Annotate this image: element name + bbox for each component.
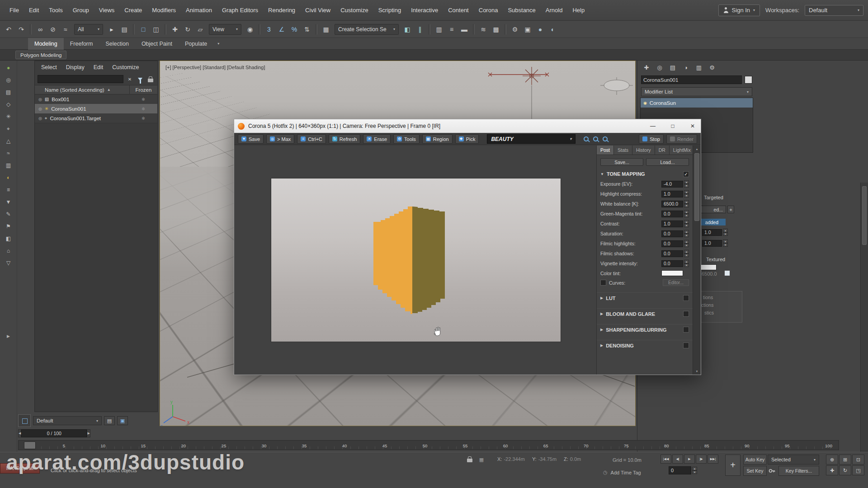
display-bones-icon[interactable]: ▥ (4, 161, 13, 170)
spinner[interactable]: ▴▾ (684, 180, 689, 188)
set-keys-button[interactable]: + (725, 455, 741, 476)
menu-item[interactable]: Customize (335, 0, 373, 21)
menu-item[interactable]: Content (443, 0, 474, 21)
lock-icon[interactable] (146, 75, 155, 83)
timeline-ruler[interactable]: 0510152025303540455055606570758085909510… (18, 440, 839, 450)
parameter-value-input[interactable] (661, 221, 683, 227)
spinner-snap-icon[interactable]: ⇅ (301, 23, 313, 35)
section-checkbox[interactable] (683, 327, 689, 333)
visibility-icon[interactable]: ◎ (38, 107, 42, 111)
object-name-input[interactable] (641, 75, 742, 84)
window-crossing-icon[interactable]: ◫ (150, 23, 162, 35)
key-selection-dropdown[interactable]: Selected ▾ (768, 455, 819, 465)
expand-strip-icon[interactable]: ▶ (7, 334, 10, 338)
toolbar-icon[interactable] (133, 24, 135, 35)
zoom-in-icon[interactable] (584, 136, 589, 141)
snap-toggle-3d-icon[interactable]: 3 (263, 23, 275, 35)
spinner[interactable]: ▴▾ (723, 239, 728, 247)
parameter-value-input[interactable] (661, 211, 683, 217)
spinner[interactable]: ▴▾ (723, 229, 728, 236)
minimize-button[interactable]: — (645, 119, 661, 133)
load-settings-button[interactable]: Load... (646, 158, 689, 166)
toolbar-icon[interactable] (473, 24, 475, 35)
vfb-tab[interactable]: History (632, 145, 655, 155)
ribbon-tab[interactable]: Object Paint (135, 38, 179, 50)
menu-item[interactable]: Group (68, 0, 94, 21)
sun-color-swatch[interactable] (700, 264, 717, 270)
y-value[interactable]: -34.75m (538, 456, 557, 462)
parameter-value-input[interactable] (661, 240, 683, 247)
zoom-1to1-icon[interactable] (593, 136, 598, 141)
move-icon[interactable]: ✚ (169, 23, 181, 35)
polygon-modeling-tab[interactable]: Polygon Modeling (15, 51, 66, 59)
previous-frame-icon[interactable]: ◀ (18, 429, 21, 437)
scroll-down-icon[interactable]: ▾ (693, 368, 701, 375)
zoom-extents-icon[interactable]: ⊞ (839, 455, 851, 465)
rendered-frame-window-icon[interactable]: ▣ (522, 23, 533, 35)
modify-tab-icon[interactable]: ◎ (654, 63, 665, 72)
toolbar-icon[interactable] (505, 24, 506, 35)
render-setup-icon[interactable]: ⚙ (509, 23, 521, 35)
previous-frame-button[interactable]: ◀| (672, 455, 683, 464)
create-tab-icon[interactable]: ✚ (641, 63, 652, 72)
tools-button[interactable]: ⚙ Tools (393, 134, 420, 144)
spinner[interactable]: ▴▾ (684, 260, 689, 267)
sun-intensity-input[interactable] (702, 240, 722, 247)
channel-dropdown[interactable]: BEAUTY ▾ (487, 134, 576, 144)
frozen-toggle-icon[interactable]: ✻ (129, 107, 157, 111)
bind-spacewarp-icon[interactable]: ≈ (60, 23, 71, 35)
curve-editor-icon[interactable]: ≋ (477, 23, 489, 35)
frozen-toggle-icon[interactable]: ✻ (129, 116, 157, 121)
scrollbar-thumb[interactable] (694, 153, 699, 221)
collapsed-section-header[interactable]: ▶ BLOOM AND GLARE (597, 308, 693, 319)
reference-coordinate-dropdown[interactable]: View ▾ (209, 24, 241, 35)
spinner[interactable]: ▴▾ (684, 210, 689, 217)
copy-button[interactable]: ≡ Ctrl+C (297, 134, 326, 144)
use-center-icon[interactable]: ◉ (244, 23, 256, 35)
parameter-value-input[interactable] (661, 260, 683, 267)
visibility-icon[interactable]: ◎ (38, 116, 42, 121)
menu-item[interactable]: Help (567, 0, 590, 21)
sort-icon[interactable]: ≡ (4, 185, 13, 194)
frozen-toggle-icon[interactable]: ✻ (129, 97, 157, 102)
play-button[interactable]: ▶ (684, 455, 695, 464)
rotate-icon[interactable]: ↻ (182, 23, 193, 35)
close-button[interactable]: ✕ (684, 119, 701, 133)
select-object-icon[interactable]: ▸ (106, 23, 118, 35)
selection-lock-icon[interactable] (466, 457, 474, 464)
parameter-value-input[interactable] (661, 230, 683, 237)
menu-item[interactable]: File (5, 0, 24, 21)
display-shapes-icon[interactable]: ◇ (4, 100, 13, 109)
display-spacewarps-icon[interactable]: ≈ (4, 149, 13, 158)
parameter-value-input[interactable] (661, 201, 683, 207)
tone-mapping-checkbox[interactable]: ✓ (683, 171, 689, 177)
kelvin-checkbox[interactable] (724, 270, 730, 276)
clear-search-icon[interactable]: ✕ (126, 75, 134, 83)
menu-item[interactable]: Scripting (373, 0, 406, 21)
explorer-menu-item[interactable]: Select (37, 64, 61, 70)
align-icon[interactable]: ∥ (414, 23, 426, 35)
scrollbar-thumb[interactable] (862, 186, 867, 245)
vfb-tab[interactable]: Stats (614, 145, 632, 155)
motion-tab-icon[interactable]: ◑ (680, 63, 691, 72)
spinner[interactable]: ▴▾ (684, 200, 689, 207)
color-tint-swatch[interactable] (661, 270, 683, 276)
menu-item[interactable]: Animation (181, 0, 217, 21)
search-input[interactable] (38, 75, 123, 83)
render-button[interactable]: Render (666, 134, 697, 144)
visibility-icon[interactable]: ◎ (38, 97, 42, 102)
select-by-name-icon[interactable]: ▤ (118, 23, 130, 35)
explorer-menu-item[interactable]: Display (61, 64, 89, 70)
collapsed-section-header[interactable]: ▶ LUT (597, 292, 693, 303)
named-selection-dropdown[interactable]: Create Selection Se ▾ (335, 24, 399, 35)
sun-size-input[interactable] (702, 229, 722, 236)
time-slider-handle[interactable] (24, 441, 36, 449)
menu-item[interactable]: Tools (44, 0, 67, 21)
go-to-end-button[interactable]: ▶▶| (708, 455, 718, 464)
current-frame-input[interactable] (669, 466, 691, 474)
render-production-icon[interactable]: ● (534, 23, 546, 35)
section-checkbox[interactable] (683, 343, 689, 348)
curves-checkbox[interactable] (600, 280, 606, 286)
collapsed-section-header[interactable]: ▶ DENOISING (597, 340, 693, 351)
curves-editor-button[interactable]: Editor... (663, 279, 689, 286)
